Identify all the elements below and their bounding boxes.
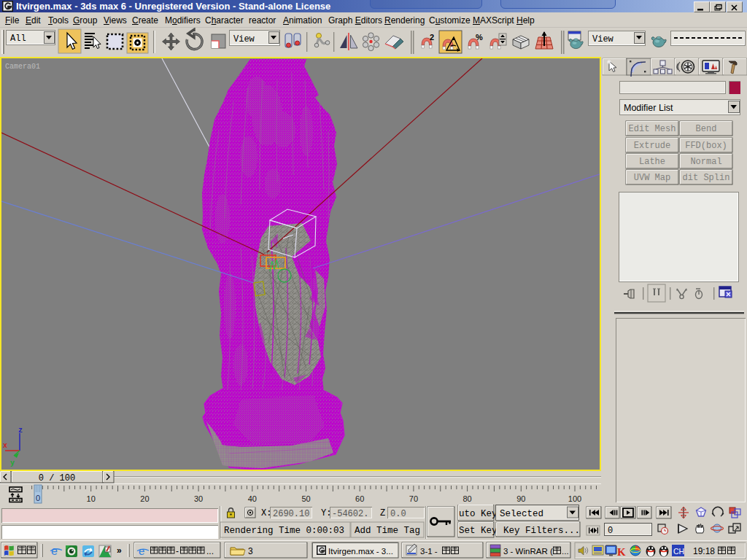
svg-text:0 / 100: 0 / 100 (39, 473, 75, 483)
svg-text:Lathe: Lathe (639, 157, 665, 167)
svg-text:2690.10: 2690.10 (273, 509, 309, 519)
svg-text:»: » (117, 545, 122, 556)
svg-text:Set Key: Set Key (459, 526, 498, 536)
svg-text:Itvirgen.max - 3...: Itvirgen.max - 3... (328, 547, 393, 556)
svg-text:10: 10 (87, 494, 96, 503)
svg-text:0: 0 (36, 494, 40, 502)
svg-text:FFD(box): FFD(box) (685, 141, 727, 151)
svg-text:30: 30 (194, 494, 203, 503)
svg-text:Extrude: Extrude (634, 141, 670, 151)
svg-text:Selected: Selected (500, 509, 543, 519)
svg-text:e: e (139, 545, 144, 557)
svg-text:UVW Map: UVW Map (634, 173, 670, 183)
svg-text:100: 100 (568, 494, 581, 503)
svg-text:3 - WinRAR (: 3 - WinRAR ( (503, 547, 553, 556)
svg-text:View: View (592, 34, 614, 44)
svg-text:y: y (10, 459, 15, 467)
svg-text:0.0: 0.0 (390, 509, 406, 519)
svg-text:Modifier List: Modifier List (624, 103, 673, 113)
svg-text:%: % (476, 33, 483, 42)
svg-text:...: ... (206, 546, 214, 556)
svg-text:70: 70 (409, 494, 418, 503)
svg-text:2: 2 (430, 33, 434, 42)
svg-text:Camera01: Camera01 (5, 63, 40, 71)
svg-text:View: View (233, 34, 255, 44)
svg-text:Rendering Time 0:00:03: Rendering Time 0:00:03 (224, 526, 344, 536)
svg-text:-54602.: -54602. (332, 509, 368, 519)
svg-text:0: 0 (608, 526, 613, 536)
svg-text:uto Key: uto Key (459, 509, 498, 519)
svg-text:50: 50 (301, 494, 310, 503)
svg-text:CH: CH (673, 547, 684, 556)
svg-text:e: e (51, 545, 58, 557)
svg-text:Normal: Normal (690, 157, 721, 167)
svg-text:Key Filters...: Key Filters... (503, 526, 580, 536)
svg-text:80: 80 (462, 494, 471, 503)
svg-text:3: 3 (248, 546, 253, 556)
svg-text:20: 20 (140, 494, 149, 503)
svg-text:40: 40 (248, 494, 257, 503)
svg-text:90: 90 (516, 494, 525, 503)
svg-text:Edit Mesh: Edit Mesh (629, 124, 676, 134)
svg-text:...: ... (562, 547, 569, 556)
svg-text:dit Splin: dit Splin (683, 173, 730, 183)
svg-text:3-1 -: 3-1 - (420, 547, 438, 556)
svg-text:Bend: Bend (696, 124, 717, 134)
svg-text:19:18: 19:18 (693, 546, 715, 556)
svg-text:60: 60 (355, 494, 364, 503)
svg-text:z: z (18, 427, 23, 435)
svg-text:Add Time Tag: Add Time Tag (355, 526, 420, 536)
svg-text:All: All (10, 34, 26, 44)
svg-text:x: x (3, 442, 7, 450)
svg-text:-: - (176, 546, 179, 556)
svg-text:K: K (617, 546, 626, 558)
